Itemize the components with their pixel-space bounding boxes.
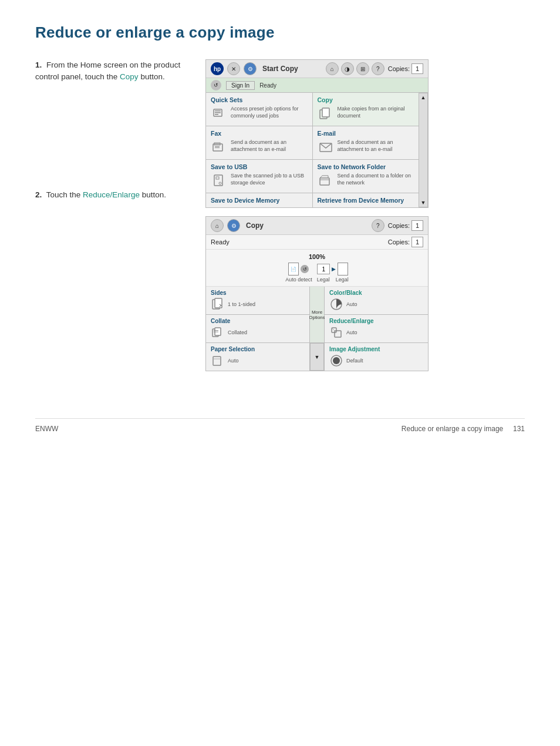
auto-icon: ↺ xyxy=(303,267,307,272)
scale-label-1: Legal xyxy=(317,277,330,283)
save-usb-content: Save the scanned job to a USB storage de… xyxy=(211,173,308,189)
color-black-header: Color/Black xyxy=(329,290,423,296)
screen2-copies-input-right[interactable]: 1 xyxy=(411,237,423,247)
step-2-text-after: button. xyxy=(140,190,166,199)
screen2-copies-field: Copies: 1 xyxy=(388,220,423,231)
sides-icon xyxy=(211,297,225,311)
scale-percent: 100% xyxy=(309,253,325,260)
step-2: 2. Touch the Reduce/Enlarge button. xyxy=(35,189,188,201)
footer-left: ENWW xyxy=(35,425,58,433)
sign-in-button[interactable]: Sign In xyxy=(226,81,255,90)
save-usb-cell[interactable]: Save to USB Save the scanned job to a US… xyxy=(206,160,312,193)
hp-logo-icon: hp xyxy=(211,62,224,75)
screen2-help-icon[interactable]: ? xyxy=(372,219,384,232)
image-adjustment-icon xyxy=(329,354,343,368)
network-icon[interactable]: ⊞ xyxy=(356,62,369,75)
copy-cell[interactable]: Copy Make copies from an original docume… xyxy=(313,93,419,126)
reduce-enlarge-content: Auto xyxy=(329,325,423,340)
svg-rect-3 xyxy=(215,114,218,115)
scroll-column[interactable]: ▲ ▼ xyxy=(419,93,428,207)
screen2-home-icon[interactable]: ⌂ xyxy=(211,219,224,232)
step-1-copy-link[interactable]: Copy xyxy=(120,72,139,81)
sides-cell[interactable]: Sides 1 to 1-sided xyxy=(206,287,309,314)
reduce-enlarge-cell[interactable]: Reduce/Enlarge Auto xyxy=(325,315,428,342)
reduce-enlarge-icon xyxy=(329,325,343,340)
svg-rect-9 xyxy=(215,147,220,148)
email-cell[interactable]: E-mail Send a document as an attachment … xyxy=(313,126,419,159)
paper-selection-cell[interactable]: Paper Selection Auto xyxy=(206,343,309,371)
scale-controls: 📄 ↺ Auto detect ▶ xyxy=(285,263,349,283)
step-2-reduce-enlarge-link[interactable]: Reduce/Enlarge xyxy=(83,190,140,199)
svg-rect-12 xyxy=(216,177,219,179)
scroll-down-icon[interactable]: ▼ xyxy=(421,200,426,206)
email-content: Send a document as an attachment to an e… xyxy=(318,139,414,156)
email-icon xyxy=(318,139,334,156)
home-icon[interactable]: ⌂ xyxy=(326,62,339,75)
screenshots-panel: hp ✕ ⚙ Start Copy ⌂ ◑ ⊞ ? Copies: 1 xyxy=(205,59,525,371)
home-grid-area: Quick Sets Access preset job options for… xyxy=(206,93,428,207)
scroll-down-options-btn[interactable]: ▼ xyxy=(310,343,324,371)
color-black-cell[interactable]: Color/Black Auto xyxy=(325,287,428,314)
paper-selection-value: Auto xyxy=(228,358,239,364)
quick-sets-content: Access preset job options for commonly u… xyxy=(211,106,308,122)
scale-area: 100% 📄 ↺ Auto detect xyxy=(206,250,428,287)
scroll-up-icon[interactable]: ▲ xyxy=(421,95,426,100)
color-black-icon xyxy=(329,297,343,311)
retrieve-device-cell[interactable]: Retrieve from Device Memory xyxy=(313,193,419,207)
quick-sets-desc: Access preset job options for commonly u… xyxy=(231,106,308,119)
step-1: 1. From the Home screen on the product c… xyxy=(35,59,188,83)
collate-header: Collate xyxy=(211,318,305,324)
image-adjustment-value: Default xyxy=(346,358,363,364)
help-icon[interactable]: ? xyxy=(372,62,384,75)
paper-selection-content: Auto xyxy=(211,354,305,368)
save-device-cell[interactable]: Save to Device Memory xyxy=(206,193,312,207)
auto-detect-label: Auto detect xyxy=(285,277,312,283)
page-title: Reduce or enlarge a copy image xyxy=(35,23,525,42)
more-options-btn[interactable]: MoreOptions xyxy=(310,287,324,342)
svg-rect-21 xyxy=(214,332,218,332)
svg-rect-25 xyxy=(213,357,221,365)
settings-icon[interactable]: ⚙ xyxy=(244,62,257,75)
fax-cell[interactable]: Fax Send a document as an attachment to … xyxy=(206,126,312,159)
options-grid: Sides 1 to 1-sided MoreOptions Color/Bla… xyxy=(206,287,428,371)
save-network-desc: Send a document to a folder on the netwo… xyxy=(338,173,414,186)
home-grid: Quick Sets Access preset job options for… xyxy=(206,93,419,207)
quick-sets-cell[interactable]: Quick Sets Access preset job options for… xyxy=(206,93,312,126)
page-footer: ENWW Reduce or enlarge a copy image 131 xyxy=(35,418,525,433)
ready-status: Ready xyxy=(259,82,276,89)
save-network-cell[interactable]: Save to Network Folder Send a document t… xyxy=(313,160,419,193)
step-2-number: 2. xyxy=(35,190,42,199)
sides-header: Sides xyxy=(211,290,305,296)
collate-cell[interactable]: Collate Collated xyxy=(206,315,309,342)
scale-input[interactable] xyxy=(317,264,330,274)
save-usb-icon xyxy=(211,173,227,189)
fax-content: Send a document as an attachment to an e… xyxy=(211,139,308,156)
copies-input[interactable]: 1 xyxy=(411,63,423,74)
paper-selection-header: Paper Selection xyxy=(211,346,305,352)
image-adjustment-header: Image Adjustment xyxy=(329,346,423,352)
collate-content: Collated xyxy=(211,325,305,340)
copy-content: Make copies from an original document xyxy=(318,106,414,122)
screen2-copies-input[interactable]: 1 xyxy=(411,220,423,231)
paper-selection-icon xyxy=(211,354,225,368)
copy-header: Copy xyxy=(318,96,414,103)
save-network-header: Save to Network Folder xyxy=(318,163,414,170)
header-right-icons: ⌂ ◑ ⊞ ? xyxy=(326,62,384,75)
cancel-icon[interactable]: ✕ xyxy=(227,62,240,75)
copies-field: Copies: 1 xyxy=(388,63,423,74)
image-adjustment-cell[interactable]: Image Adjustment Default xyxy=(325,343,428,371)
svg-point-28 xyxy=(333,357,340,364)
step-1-number: 1. xyxy=(35,61,42,69)
quick-sets-header: Quick Sets xyxy=(211,96,308,103)
scale-arrow-right[interactable]: ▶ xyxy=(332,266,336,272)
email-desc: Send a document as an attachment to an e… xyxy=(338,139,414,153)
sleep-icon[interactable]: ◑ xyxy=(341,62,354,75)
retrieve-device-header: Retrieve from Device Memory xyxy=(318,197,414,204)
refresh-icon[interactable]: ↺ xyxy=(211,80,221,90)
svg-rect-2 xyxy=(215,112,221,113)
screen2-copies-label-right: Copies: xyxy=(388,238,410,246)
screen2-ready-bar: Ready Copies: 1 xyxy=(206,235,428,250)
screen2-copy-settings-icon[interactable]: ⚙ xyxy=(227,219,240,232)
image-adjustment-content: Default xyxy=(329,354,423,368)
save-device-header: Save to Device Memory xyxy=(211,197,308,204)
